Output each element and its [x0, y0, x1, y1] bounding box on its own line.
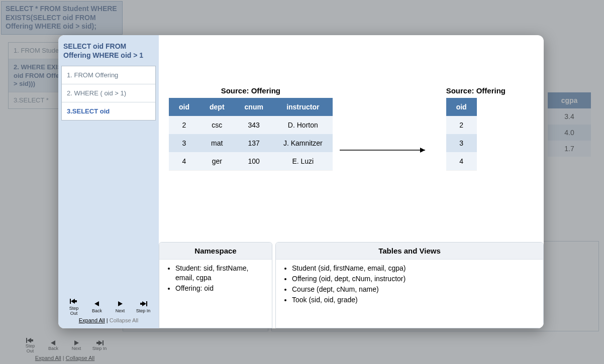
list-item: Student (sid, firstName, email, cgpa) — [292, 264, 536, 273]
bg-step-out-button[interactable]: Step Out — [23, 337, 38, 354]
source-left-block: Source: Offering oid dept cnum instructo… — [169, 86, 333, 170]
expand-all-link[interactable]: Expand All — [79, 317, 105, 323]
bg-query-text: SELECT * FROM Student WHERE EXISTS(SELEC… — [6, 5, 117, 30]
bg-next-button[interactable]: Next — [69, 339, 84, 351]
tables-views-panel: Tables and Views Student (sid, firstName… — [275, 242, 544, 328]
step-out-label: Step Out — [66, 306, 81, 316]
modal-step-1[interactable]: 1. FROM Offering — [62, 66, 155, 84]
svg-marker-2 — [51, 340, 55, 345]
modal-controls: Step Out Back Next — [58, 296, 159, 328]
back-icon — [93, 300, 101, 309]
source-right-table: oid 2 3 4 — [446, 98, 477, 170]
step-in-label: Step In — [136, 309, 151, 314]
svg-rect-5 — [103, 340, 104, 345]
step-out-button[interactable]: Step Out — [66, 298, 81, 316]
bg-result-table: cgpa 3.4 4.0 1.7 — [548, 92, 591, 157]
svg-rect-1 — [26, 338, 27, 343]
svg-rect-7 — [70, 299, 71, 304]
namespace-list: Student: sid, firstName, email, cgpa Off… — [166, 264, 265, 293]
subquery-modal: SELECT oid FROM Offering WHERE oid > 1 1… — [58, 35, 544, 328]
source-right-caption: Source: Offering — [446, 86, 506, 95]
col-dept: dept — [199, 98, 235, 116]
modal-main: Source: Offering oid dept cnum instructo… — [159, 35, 544, 328]
svg-rect-11 — [146, 301, 147, 306]
table-row: 3 — [446, 134, 477, 152]
namespace-panel: Namespace Student: sid, firstName, email… — [159, 242, 272, 328]
source-left-caption: Source: Offering — [169, 86, 333, 95]
modal-query-text: SELECT oid FROM Offering WHERE oid > 1 — [58, 35, 159, 66]
table-row: 2 csc 343 D. Horton — [169, 116, 333, 134]
svg-marker-10 — [140, 301, 146, 306]
step-in-button[interactable]: Step In — [136, 300, 151, 314]
bg-cgpa-cell: 3.4 — [548, 108, 591, 125]
bg-back-button[interactable]: Back — [46, 339, 61, 351]
back-button[interactable]: Back — [89, 300, 105, 314]
svg-marker-9 — [118, 301, 123, 306]
bg-step-in-button[interactable]: Step In — [92, 339, 107, 351]
back-label: Back — [92, 309, 102, 314]
svg-marker-6 — [71, 299, 77, 304]
bg-query-box: SELECT * FROM Student WHERE EXISTS(SELEC… — [1, 1, 123, 35]
bg-col-cgpa: cgpa — [548, 92, 591, 108]
list-item: Student: sid, firstName, email, cgpa — [175, 264, 265, 283]
namespace-title: Namespace — [159, 242, 272, 260]
step-out-icon — [70, 298, 78, 306]
list-item: Offering (oid, dept, cNum, instructor) — [292, 274, 536, 284]
col-oid: oid — [169, 98, 199, 116]
modal-sidebar: SELECT oid FROM Offering WHERE oid > 1 1… — [58, 35, 159, 328]
bg-cgpa-cell: 4.0 — [548, 125, 591, 141]
col-oid: oid — [446, 98, 477, 116]
table-row: 2 — [446, 116, 477, 134]
list-item: Offering: oid — [175, 284, 265, 293]
table-row: 3 mat 137 J. Kamnitzer — [169, 134, 333, 152]
list-item: Took (sid, oid, grade) — [292, 295, 536, 305]
table-header-row: oid dept cnum instructor — [169, 98, 333, 116]
next-label: Next — [116, 309, 125, 314]
modal-step-3[interactable]: 3.SELECT oid — [62, 102, 155, 120]
col-cnum: cnum — [235, 98, 273, 116]
col-instructor: instructor — [273, 98, 333, 116]
modal-steps-list: 1. FROM Offering 2. WHERE ( oid > 1) 3.S… — [61, 66, 156, 120]
tables-views-title: Tables and Views — [276, 242, 543, 260]
svg-marker-0 — [27, 338, 33, 343]
svg-marker-13 — [420, 148, 425, 153]
next-button[interactable]: Next — [113, 300, 128, 314]
bg-cgpa-cell: 1.7 — [548, 141, 591, 157]
step-in-icon — [139, 300, 147, 309]
bg-controls: Step Out Back Next Step In Expand All | … — [22, 337, 108, 361]
source-left-table: oid dept cnum instructor 2 csc 343 D. Ho… — [169, 98, 333, 170]
visualization-area: Source: Offering oid dept cnum instructo… — [169, 43, 536, 242]
svg-marker-8 — [94, 301, 99, 306]
next-icon — [116, 300, 124, 309]
tables-views-list: Student (sid, firstName, email, cgpa) Of… — [283, 264, 536, 305]
table-row: 4 ger 100 E. Luzi — [169, 152, 333, 170]
modal-step-2[interactable]: 2. WHERE ( oid > 1) — [62, 84, 155, 102]
info-panels: Namespace Student: sid, firstName, email… — [159, 242, 544, 328]
bg-expand-all[interactable]: Expand All — [35, 355, 61, 361]
svg-marker-4 — [96, 340, 103, 345]
source-right-block: Source: Offering oid 2 3 4 — [446, 86, 506, 170]
table-header-row: oid — [446, 98, 477, 116]
list-item: Course (dept, cNum, name) — [292, 285, 536, 294]
svg-marker-3 — [74, 340, 79, 345]
collapse-all-link[interactable]: Collapse All — [110, 317, 138, 323]
bg-collapse-all[interactable]: Collapse All — [66, 355, 94, 361]
table-row: 4 — [446, 152, 477, 170]
projection-arrow-icon — [340, 143, 430, 158]
